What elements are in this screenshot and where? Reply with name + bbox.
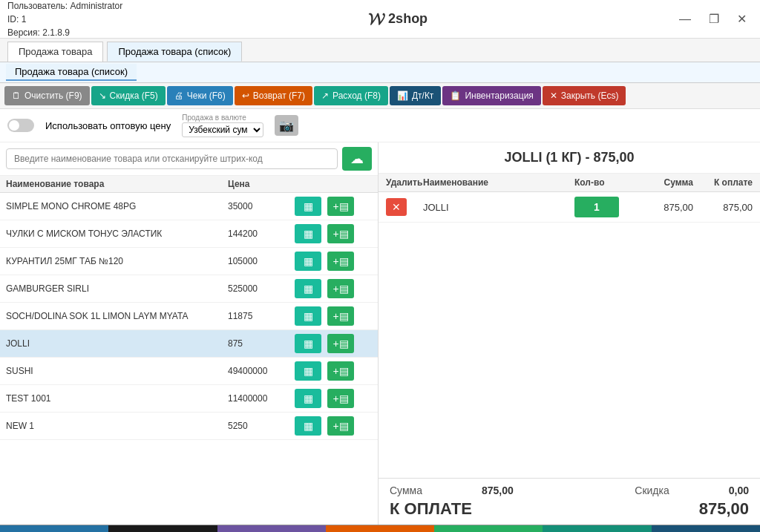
table-row[interactable]: TEST 1001 11400000 ▦ +▤ <box>0 385 378 413</box>
return-icon: ↩ <box>242 91 249 101</box>
camera-icon: 📷 <box>279 119 294 133</box>
bottom-bar: ◎ CLICK uds 🏛 Банк. плат. ↩ В долг (F4) … <box>0 525 760 532</box>
cloud-icon: ☁ <box>350 151 364 167</box>
options-row: Использовать оптовую цену Продажа в валю… <box>0 109 760 142</box>
cart-row: ✕ JOLLI 875,00 875,00 <box>379 192 760 223</box>
table-row[interactable]: SIMPLE MONO CHROME 48PG 35000 ▦ +▤ <box>0 193 378 220</box>
clear-icon: 🗒 <box>12 91 21 101</box>
add-to-cart-button[interactable]: +▤ <box>327 252 354 271</box>
product-price: 11875 <box>228 311 295 321</box>
right-panel: JOLLI (1 КГ) - 875,00 Удалить Наименован… <box>379 142 760 525</box>
cart-header: Удалить Наименование Кол-во Сумма К опла… <box>379 174 760 192</box>
tab-sale-list[interactable]: Продажа товара (список) <box>107 42 242 62</box>
table-row[interactable]: JOLLI 875 ▦ +▤ <box>0 330 378 358</box>
dtkt-button[interactable]: 📊 Дт/Кт <box>390 86 441 105</box>
total-pay-row: К ОПЛАТЕ 875,00 <box>390 499 749 519</box>
table-row[interactable]: ЧУЛКИ С МИСКОМ ТОНУС ЭЛАСТИК 144200 ▦ +▤ <box>0 220 378 248</box>
add-to-cart-button[interactable]: +▤ <box>327 361 354 381</box>
wholesale-toggle[interactable] <box>7 119 34 132</box>
clear-button[interactable]: 🗒 Очистить (F9) <box>4 86 90 105</box>
user-info: Пользователь: Administrator ID: 1 Версия… <box>7 0 122 39</box>
add-to-cart-button[interactable]: +▤ <box>327 416 354 436</box>
currency-dropdown[interactable]: Узбекский сум <box>182 122 263 137</box>
add-to-cart-button[interactable]: +▤ <box>327 197 354 216</box>
product-name: КУРАНТИЛ 25МГ ТАБ №120 <box>6 256 228 266</box>
discount-label: Скидка <box>635 485 669 496</box>
barcode-icon: ▦ <box>304 228 313 240</box>
app-title: 𝓦 2shop <box>368 10 428 29</box>
table-row[interactable]: GAMBURGER SIRLI 525000 ▦ +▤ <box>0 275 378 303</box>
inventory-button[interactable]: 📋 Инвентаризация <box>442 86 540 105</box>
id-label: ID: 1 <box>7 13 122 26</box>
table-row[interactable]: SUSHI 49400000 ▦ +▤ <box>0 358 378 385</box>
cart-item-qty[interactable] <box>574 197 619 217</box>
barcode-button[interactable]: ▦ <box>295 224 321 243</box>
topay-value: 875,00 <box>699 499 749 519</box>
expense-button[interactable]: ↗ Расход (F8) <box>314 86 388 105</box>
add-to-cart-button[interactable]: +▤ <box>327 224 354 243</box>
close-icon: ✕ <box>550 91 557 101</box>
table-row[interactable]: NEW 1 5250 ▦ +▤ <box>0 413 378 440</box>
discount-icon: ↘ <box>99 91 106 101</box>
cart-list: ✕ JOLLI 875,00 875,00 <box>379 192 760 335</box>
cash-button[interactable]: 💵 Наличные (F1) <box>434 525 543 532</box>
barcode-icon: ▦ <box>304 365 313 377</box>
currency-select[interactable]: Продажа в валюте Узбекский сум <box>182 114 263 137</box>
barcode-icon: ▦ <box>304 393 313 404</box>
cart-col-qty: Кол-во <box>574 177 634 188</box>
barcode-button[interactable]: ▦ <box>295 334 321 353</box>
barcode-icon: ▦ <box>304 255 313 267</box>
mixed-button[interactable]: 📑 Смежный (F3) <box>652 525 760 532</box>
product-name: ЧУЛКИ С МИСКОМ ТОНУС ЭЛАСТИК <box>6 229 228 239</box>
cart-item-sum: 875,00 <box>634 202 693 213</box>
barcode-button[interactable]: ▦ <box>295 252 321 271</box>
product-price: 35000 <box>228 201 295 211</box>
search-input[interactable] <box>6 148 338 169</box>
col-price: Цена <box>228 179 295 189</box>
add-to-cart-button[interactable]: +▤ <box>327 389 354 408</box>
cart-col-delete: Удалить <box>386 177 423 188</box>
add-icon: +▤ <box>332 310 348 322</box>
add-to-cart-button[interactable]: +▤ <box>327 334 354 353</box>
cart-item-topay: 875,00 <box>693 202 753 213</box>
return-button[interactable]: ↩ Возврат (F7) <box>235 86 312 105</box>
barcode-button[interactable]: ▦ <box>295 416 321 436</box>
barcode-button[interactable]: ▦ <box>295 389 321 408</box>
click-button[interactable]: ◎ CLICK <box>0 525 108 532</box>
discount-button[interactable]: ↘ Скидка (F5) <box>91 86 166 105</box>
barcode-button[interactable]: ▦ <box>295 361 321 381</box>
product-name: SUSHI <box>6 366 228 376</box>
table-row[interactable]: КУРАНТИЛ 25МГ ТАБ №120 105000 ▦ +▤ <box>0 248 378 275</box>
discount-value: 0,00 <box>729 485 749 496</box>
table-row[interactable]: SOCH/DOLINA SOK 1L LIMON LAYM MYATA 1187… <box>0 303 378 330</box>
scan-button[interactable]: ☁ <box>342 147 372 171</box>
bank-button[interactable]: 🏛 Банк. плат. <box>217 525 326 532</box>
uds-button[interactable]: uds <box>108 525 217 532</box>
terminal-button[interactable]: 💳 Терминал (F2) <box>543 525 651 532</box>
barcode-button[interactable]: ▦ <box>295 197 321 216</box>
product-price: 5250 <box>228 421 295 431</box>
camera-button[interactable]: 📷 <box>275 115 298 136</box>
tab-sale[interactable]: Продажа товара <box>7 42 103 62</box>
toolbar: 🗒 Очистить (F9) ↘ Скидка (F5) 🖨 Чеки (F6… <box>0 83 760 109</box>
barcode-button[interactable]: ▦ <box>295 306 321 326</box>
add-to-cart-button[interactable]: +▤ <box>327 279 354 298</box>
product-name: JOLLI <box>6 338 228 349</box>
restore-button[interactable]: ❐ <box>703 10 725 27</box>
add-to-cart-button[interactable]: +▤ <box>327 306 354 326</box>
sum-label: Сумма <box>390 485 422 496</box>
close-button[interactable]: ✕ Закрыть (Ecs) <box>543 86 626 105</box>
product-price: 49400000 <box>228 366 295 376</box>
barcode-button[interactable]: ▦ <box>295 279 321 298</box>
currency-label: Продажа в валюте <box>182 114 263 122</box>
barcode-icon: ▦ <box>304 338 313 349</box>
add-icon: +▤ <box>332 338 348 349</box>
debt-button[interactable]: ↩ В долг (F4) <box>326 525 434 532</box>
delete-cart-item-button[interactable]: ✕ <box>386 198 407 216</box>
barcode-icon: ▦ <box>304 420 313 432</box>
checks-button[interactable]: 🖨 Чеки (F6) <box>167 86 233 105</box>
close-window-button[interactable]: ✕ <box>731 10 753 27</box>
cart-col-sum: Сумма <box>634 177 693 188</box>
cart-item-name: JOLLI <box>423 202 574 213</box>
minimize-button[interactable]: — <box>673 11 697 27</box>
